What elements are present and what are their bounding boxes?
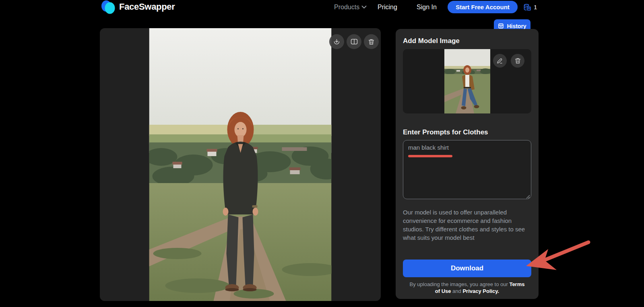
nav-sign-in[interactable]: Sign In <box>417 4 437 11</box>
prompt-title: Enter Prompts for Clothes <box>403 128 531 136</box>
helper-text: Our model is used to offer unparalleled … <box>403 208 525 242</box>
footer-prefix: By uploading the images, you agree to ou… <box>410 281 510 287</box>
faceswapper-logo-icon <box>101 0 116 14</box>
credits-count: 1 <box>534 4 537 10</box>
download-icon <box>333 38 340 45</box>
download-button[interactable]: Download <box>403 260 531 277</box>
history-label: History <box>507 23 526 29</box>
history-archive-icon <box>498 23 504 29</box>
credits-coin-icon[interactable] <box>523 4 531 11</box>
compare-button[interactable] <box>347 34 361 49</box>
start-free-account-button[interactable]: Start Free Account <box>448 1 518 13</box>
nav-products[interactable]: Products <box>334 4 359 11</box>
chevron-down-icon <box>361 5 367 9</box>
trash-icon <box>368 39 374 45</box>
delete-image-button[interactable] <box>364 34 379 49</box>
delete-model-image-button[interactable] <box>511 54 524 68</box>
result-panel <box>100 28 381 301</box>
top-nav: FaceSwapper Products Pricing Sign In Sta… <box>0 0 644 14</box>
privacy-policy-link[interactable]: Privacy Policy. <box>462 288 499 294</box>
control-sidebar: Add Model Image <box>396 29 539 299</box>
model-thumbnail <box>444 49 490 113</box>
edit-model-image-button[interactable] <box>493 54 507 68</box>
model-image-card <box>403 49 531 113</box>
prompt-area-wrap: man black shirt <box>403 140 531 201</box>
image-actions <box>329 34 379 49</box>
brand-title: FaceSwapper <box>119 2 175 12</box>
result-image <box>149 28 332 301</box>
trash-icon <box>515 58 521 64</box>
footer-and: and <box>451 288 462 294</box>
download-image-button[interactable] <box>329 34 344 49</box>
add-model-title: Add Model Image <box>403 37 531 45</box>
compare-split-icon <box>351 39 358 45</box>
nav-pricing[interactable]: Pricing <box>378 4 397 11</box>
footer-terms-text: By uploading the images, you agree to ou… <box>407 281 528 295</box>
pencil-edit-icon <box>497 58 503 64</box>
clothes-prompt-input[interactable]: man black shirt <box>403 140 531 199</box>
